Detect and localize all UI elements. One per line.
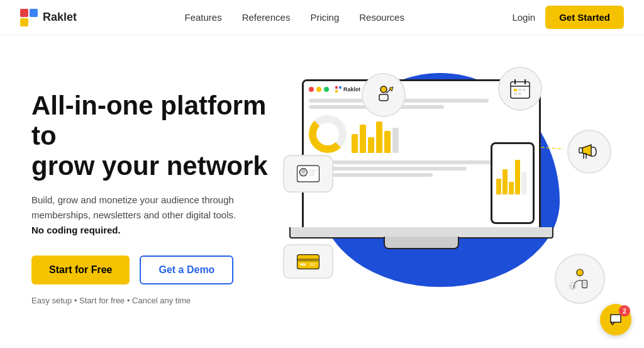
- hero-left: All-in-one platform to grow your network…: [31, 91, 270, 306]
- announce-icon-bubble: [362, 73, 406, 117]
- chat-button[interactable]: 2: [600, 304, 631, 335]
- svg-marker-13: [389, 87, 393, 91]
- calendar-icon-bubble: [498, 67, 542, 111]
- svg-rect-40: [583, 281, 586, 286]
- svg-rect-9: [335, 90, 338, 93]
- svg-rect-21: [514, 93, 517, 95]
- hero-note: Easy setup • Start for free • Cancel any…: [31, 296, 270, 305]
- hero-btn-group: Start for Free Get a Demo: [31, 255, 270, 284]
- nav-pricing[interactable]: Pricing: [310, 12, 339, 23]
- credit-card-icon: [296, 250, 320, 274]
- get-demo-button[interactable]: Get a Demo: [140, 255, 233, 284]
- person-card-icon-bubble: [283, 155, 333, 193]
- hero-section: All-in-one platform to grow your network…: [0, 35, 644, 348]
- svg-rect-19: [518, 89, 521, 91]
- laptop-stand: [384, 237, 459, 249]
- svg-rect-35: [300, 263, 306, 266]
- svg-rect-11: [379, 94, 388, 101]
- raklet-logo-icon: [20, 9, 38, 26]
- svg-rect-18: [514, 89, 517, 91]
- svg-rect-33: [297, 254, 319, 269]
- svg-point-29: [301, 169, 305, 172]
- svg-rect-24: [579, 148, 582, 153]
- svg-rect-7: [335, 86, 338, 89]
- svg-rect-2: [20, 18, 28, 26]
- credit-card-icon-bubble: [283, 244, 333, 279]
- woman-phone-icon-bubble: [555, 254, 605, 304]
- header-right: Login Get Started: [512, 6, 624, 29]
- megaphone-icon-bubble: [567, 130, 611, 174]
- hero-illustration: Raklet: [270, 60, 624, 335]
- header: Raklet Features References Pricing Resou…: [0, 0, 644, 35]
- login-button[interactable]: Login: [512, 12, 535, 23]
- svg-rect-1: [30, 9, 38, 17]
- svg-rect-34: [297, 258, 319, 261]
- svg-point-10: [380, 86, 387, 93]
- person-card-icon: [296, 162, 320, 186]
- chat-badge: 2: [619, 305, 630, 317]
- calendar-icon: [508, 77, 532, 101]
- main-nav: Features References Pricing Resources: [184, 12, 404, 23]
- woman-phone-icon: [568, 267, 592, 291]
- get-started-button[interactable]: Get Started: [545, 6, 624, 29]
- nav-features[interactable]: Features: [184, 12, 221, 23]
- logo-text: Raklet: [43, 11, 77, 24]
- logo-area[interactable]: Raklet: [20, 9, 77, 26]
- hero-title: All-in-one platform to grow your network: [31, 91, 270, 182]
- svg-rect-22: [518, 93, 521, 95]
- start-free-button[interactable]: Start for Free: [31, 255, 130, 284]
- megaphone-icon: [577, 140, 601, 164]
- nav-resources[interactable]: Resources: [359, 12, 404, 23]
- nav-references[interactable]: References: [242, 12, 291, 23]
- svg-rect-20: [523, 89, 526, 91]
- hero-subtitle: Build, grow and monetize your audience t…: [31, 193, 245, 238]
- announce-icon: [372, 83, 396, 107]
- svg-rect-8: [339, 86, 341, 89]
- svg-point-38: [577, 269, 584, 276]
- phone-illustration: [491, 142, 535, 224]
- svg-rect-0: [20, 9, 28, 17]
